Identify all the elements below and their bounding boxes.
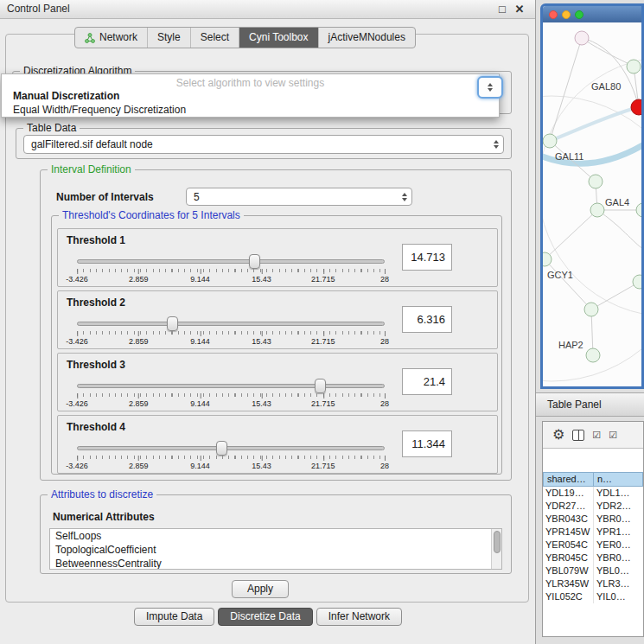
table-row[interactable]: YER054CYER0… [543,539,643,552]
slider-track[interactable] [77,384,385,388]
slider-track[interactable] [77,446,385,450]
network-node-label: HAP2 [558,340,583,350]
zoom-traffic-light-icon[interactable] [575,10,583,19]
cell[interactable]: YLR345W [543,577,594,590]
cell[interactable]: YER054C [543,539,594,552]
tab-cyni-toolbox[interactable]: Cyni Toolbox [239,28,317,48]
select-column-checkbox-icon[interactable]: ☑ [609,430,617,441]
tick-label: 21.715 [311,462,335,470]
tab-style[interactable]: Style [147,28,190,48]
tab-label: Style [157,28,181,48]
network-view-window[interactable]: GAL80 GAL11 GAL4 GCY1 HAP2 [540,3,644,389]
split-columns-icon[interactable] [572,430,584,441]
threshold-label: Threshold 4 [67,421,125,433]
network-edge[interactable] [550,107,639,141]
threshold-label: Threshold 1 [67,234,125,246]
gear-icon[interactable]: ⚙ [552,428,564,442]
cell[interactable]: YIL0… [594,590,643,603]
table-row[interactable]: YLR345WYLR3… [543,577,643,590]
threshold-4-slider[interactable] [77,442,385,456]
cell[interactable]: YBR0… [594,513,643,526]
tab-jactivemnodules[interactable]: jActiveMNodules [318,28,415,48]
cell[interactable]: YDL19… [543,487,594,500]
list-item[interactable]: SelfLoops [50,529,501,543]
threshold-1-value-input[interactable]: 14.713 [402,244,452,271]
table-panel-header: Table Panel [536,392,644,417]
list-scrollbar[interactable] [491,529,501,569]
cell[interactable]: YPR145W [543,526,594,539]
float-window-icon[interactable]: □ [495,0,509,18]
tick-label: 9.144 [190,337,210,346]
cell[interactable]: YBR0… [594,552,643,564]
threshold-4-value-input[interactable]: 11.344 [402,430,452,457]
threshold-3-slider[interactable] [77,379,385,393]
numerical-attributes-list[interactable]: SelfLoops TopologicalCoefficient Between… [49,528,502,570]
tab-network[interactable]: Network [75,28,147,48]
table-row[interactable]: YBR043CYBR0… [543,513,643,526]
network-graph[interactable]: GAL80 GAL11 GAL4 GCY1 HAP2 [543,22,641,386]
table-data-select[interactable]: galFiltered.sif default node [23,135,504,154]
control-panel-titlebar[interactable]: Control Panel □ ✕ [0,0,535,19]
slider-thumb[interactable] [167,316,178,331]
cell[interactable]: YDR2… [594,500,643,513]
number-of-intervals-select[interactable]: 5 [186,188,412,206]
close-window-icon[interactable]: ✕ [513,0,526,18]
tab-discretize-data[interactable]: Discretize Data [218,608,312,626]
cell[interactable]: YBL079W [543,564,594,577]
select-all-checkbox-icon[interactable]: ☑ [592,430,601,441]
tab-label: jActiveMNodules [328,28,405,48]
tick-label: 9.144 [190,275,210,284]
threshold-3-box: Threshold 3 -3.426 2.859 9.144 15.43 21.… [57,353,498,411]
cell[interactable]: YBR045C [543,552,594,564]
network-node [636,203,641,217]
slider-thumb[interactable] [216,441,227,456]
table-row[interactable]: YIL052CYIL0… [543,590,643,603]
column-header[interactable]: shared… [543,472,594,487]
slider-scale: -3.426 2.859 9.144 15.43 21.715 28 [77,393,385,409]
table-row[interactable]: YBR045CYBR0… [543,552,643,564]
threshold-3-value-input[interactable]: 21.4 [402,368,452,395]
cell[interactable]: YIL052C [543,590,594,603]
slider-track[interactable] [77,322,385,326]
table-row[interactable]: YBL079WYBL0… [543,564,643,577]
threshold-2-slider[interactable] [77,317,385,331]
column-header[interactable]: n… [594,472,643,487]
network-window-titlebar[interactable] [543,6,641,22]
slider-thumb[interactable] [315,379,326,393]
algorithm-combo-stepper[interactable] [477,76,503,99]
tick-label: -3.426 [66,337,88,346]
tick-label: 2.859 [129,462,149,470]
tab-infer-network[interactable]: Infer Network [316,608,402,626]
slider-thumb[interactable] [249,254,260,269]
network-canvas[interactable]: GAL80 GAL11 GAL4 GCY1 HAP2 [543,22,641,386]
scrollbar-thumb[interactable] [494,531,501,553]
tab-impute-data[interactable]: Impute Data [134,608,214,626]
network-node-label: GAL4 [605,197,629,207]
cell[interactable]: YBR043C [543,513,594,526]
cell[interactable]: YPR1… [594,526,643,539]
list-item[interactable]: BetweennessCentrality [50,557,501,570]
algorithm-option-manual[interactable]: Manual Discretization [13,90,119,102]
table-row[interactable]: YDR27…YDR2… [543,500,643,513]
table-row[interactable]: YPR145WYPR1… [543,526,643,539]
number-of-intervals-label: Number of Intervals [56,191,154,203]
slider-track[interactable] [77,259,385,264]
network-node-label: GAL80 [591,81,621,92]
combo-arrows-icon [489,140,503,149]
threshold-2-value-input[interactable]: 6.316 [402,306,452,333]
minimize-traffic-light-icon[interactable] [562,10,571,19]
algorithm-option-equal-width[interactable]: Equal Width/Frequency Discretization [13,104,186,116]
list-item[interactable]: TopologicalCoefficient [50,543,501,557]
slider-scale: -3.426 2.859 9.144 15.43 21.715 28 [77,331,385,347]
table-row[interactable]: YDL19…YDL1… [543,487,643,500]
cell[interactable]: YDR27… [543,500,594,513]
tab-select[interactable]: Select [190,28,239,48]
cell[interactable]: YDL1… [594,487,643,500]
threshold-1-slider[interactable] [77,255,385,269]
minor-ticks [77,331,385,335]
close-traffic-light-icon[interactable] [549,10,558,19]
cell[interactable]: YBL0… [594,564,643,577]
cell[interactable]: YER0… [594,539,643,552]
cell[interactable]: YLR3… [594,577,643,590]
apply-button[interactable]: Apply [232,580,289,598]
